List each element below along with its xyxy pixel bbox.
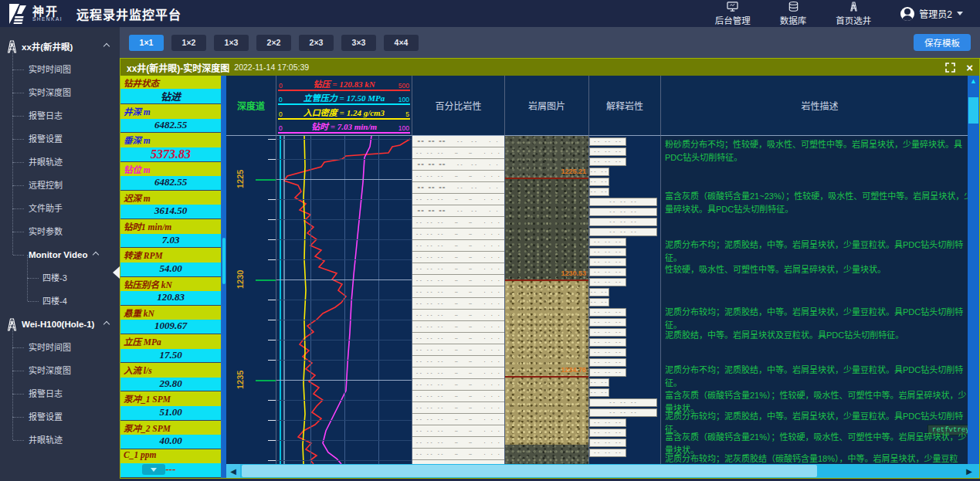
cuttings-depth-label: 1225.21 [561, 168, 586, 175]
gridline-horizontal [276, 440, 412, 441]
depth-minor-tick [268, 440, 276, 441]
interp-lithology-block: -- -- -- [589, 378, 609, 387]
gridline-horizontal [276, 219, 412, 220]
lithology-description-track: retfvtrey 粉砂质分布不均；性较硬，吸水性、可塑性中等。岩屑呈块状，少量… [661, 136, 979, 464]
gridline-major [276, 179, 412, 180]
curve-name-value: 钻压 = 120.83 kN [313, 77, 375, 90]
interp-lithology-block: -- -- -- [589, 328, 626, 337]
tree-item-井眼轨迹[interactable]: 井眼轨迹 [0, 151, 120, 174]
param-label: 钻井状态 [120, 76, 221, 89]
fullscreen-icon[interactable] [945, 63, 955, 73]
param-value: 钻进 [120, 89, 221, 103]
depth-major-tick [256, 279, 276, 281]
percent-lithology-row: -- -- -- — — · · · [412, 344, 504, 356]
interp-lithology-block: -- -- -- [589, 308, 626, 317]
depth-minor-tick [268, 460, 276, 461]
tree-item-文件助手[interactable]: 文件助手 [0, 197, 120, 220]
interp-lithology-block: -- -- -- [589, 158, 626, 166]
interp-lithology-block: -- -- -- [589, 278, 626, 286]
layout-button-1×2[interactable]: 1×2 [171, 35, 206, 51]
gridline-horizontal [276, 199, 412, 200]
curve-legend-立管压力: 0立管压力 = 17.50 MPa100 [278, 91, 410, 105]
sidebar-collapse-handle[interactable] [113, 266, 120, 279]
percent-lithology-row: -- -- -- — — · · · [412, 171, 504, 182]
layout-button-1×3[interactable]: 1×3 [214, 35, 249, 51]
param-field-钻井状态: 钻井状态钻进 [120, 76, 221, 104]
interp-lithology-block: -- -- -- [589, 358, 626, 367]
interp-lithology-block: -- -- -- [589, 198, 657, 206]
scroll-up-icon[interactable]: ▲ [968, 76, 979, 86]
layout-button-3×3[interactable]: 3×3 [341, 35, 376, 51]
layout-button-2×3[interactable]: 2×3 [299, 35, 334, 51]
param-dropdown-button[interactable] [142, 464, 165, 475]
tree-item-报警设置[interactable]: 报警设置 [0, 405, 120, 428]
nav-label: 数据库 [780, 14, 807, 26]
tree-item-monitor-video[interactable]: Monitor Video [0, 243, 120, 266]
layout-button-1×1[interactable]: 1×1 [129, 35, 164, 51]
param-label: 悬重 kN [120, 306, 221, 320]
depth-track: 122512301235 [226, 136, 276, 464]
gridline-horizontal [276, 460, 412, 461]
param-field-转速: 转速 RPM54.00 [120, 248, 221, 276]
tree-item-实时深度图[interactable]: 实时深度图 [0, 359, 120, 382]
tree-item-四楼-4[interactable]: 四楼-4 [0, 290, 120, 313]
interp-lithology-block: -- -- -- [589, 398, 657, 407]
tree-item-实时时间图[interactable]: 实时时间图 [0, 336, 120, 359]
vertical-scrollbar-thumb[interactable] [968, 97, 978, 124]
percent-lithology-row: -- -- -- — — · · · [412, 275, 504, 286]
log-header-row: 深度道 0钻压 = 120.83 kN5000立管压力 = 17.50 MPa1… [226, 76, 979, 136]
interp-lithology-block: -- -- -- [589, 238, 626, 246]
param-label: 泵冲_1 SPM [120, 391, 221, 406]
interp-lithology-block: -- -- -- [589, 268, 626, 276]
chevron-down-icon [151, 468, 157, 472]
depth-minor-tick [268, 420, 276, 421]
gridline-horizontal [276, 400, 412, 401]
param-field-C_1: C_1 ppm--- [120, 449, 221, 478]
percent-lithology-row: -- -- -- — — · · · [412, 333, 504, 344]
horizontal-scrollbar-thumb[interactable] [242, 465, 817, 477]
lithology-description-text: 性较硬，吸水性、可塑性中等。岩屑呈碎块状，少量块状。 [665, 263, 973, 276]
param-field-迟深: 迟深 m3614.50 [120, 191, 221, 219]
header-nav-derrick[interactable]: 首页选井 [836, 2, 871, 26]
user-avatar-icon [900, 7, 914, 21]
well-node-1[interactable]: Wei-H100(Hole-1) [0, 313, 120, 336]
percent-lithology-row: -- -- -- — — · · · [412, 379, 504, 391]
header-nav-database[interactable]: 数据库 [780, 2, 807, 26]
user-menu[interactable]: 管理员2 [900, 7, 963, 21]
interp-lithology-block: -- -- -- [589, 258, 626, 266]
scroll-right-icon[interactable]: ▶ [962, 464, 976, 478]
param-value: 6482.55 [120, 119, 221, 133]
depth-minor-tick [268, 320, 276, 320]
layout-toolbar: 1×11×21×32×22×33×34×4 保存模板 [120, 27, 980, 58]
gridline-horizontal [276, 360, 412, 361]
layout-button-2×2[interactable]: 2×2 [256, 35, 291, 51]
tree-item-远程控制[interactable]: 远程控制 [0, 174, 120, 197]
tree-item-实时深度图[interactable]: 实时深度图 [0, 81, 120, 104]
tree-item-四楼-3[interactable]: 四楼-3 [0, 266, 120, 290]
well-node-0[interactable]: xx井(新井眼) [0, 35, 120, 58]
depth-label: 1230 [236, 260, 246, 299]
tree-item-报警设置[interactable]: 报警设置 [0, 127, 120, 151]
shenkai-logo-icon [8, 4, 28, 24]
percent-lithology-row: -- -- -- — — · · · [412, 368, 504, 379]
param-value: 29.80 [120, 378, 221, 391]
scroll-left-icon[interactable]: ◀ [226, 464, 240, 478]
tree-item-实时参数[interactable]: 实时参数 [0, 220, 120, 243]
tree-item-报警日志[interactable]: 报警日志 [0, 104, 120, 127]
percent-lithology-row: -- -- -- — — · · · [412, 252, 504, 263]
layout-button-4×4[interactable]: 4×4 [384, 35, 419, 51]
tree-item-报警日志[interactable]: 报警日志 [0, 382, 120, 405]
gridline-horizontal [276, 139, 412, 140]
tree-item-实时时间图[interactable]: 实时时间图 [0, 58, 120, 81]
interp-lithology-block: -- -- -- [589, 228, 657, 236]
param-label: 迟深 m [120, 191, 221, 205]
close-icon[interactable]: × [966, 63, 973, 73]
lithology-description-text: 泥质分布较均；泥灰质胶结（碳酸钙含量18%），中等。岩屑呈块状，少量豆粒状。具P… [665, 452, 973, 464]
vertical-scrollbar[interactable]: ▲ ▼ [968, 76, 979, 478]
param-value: 120.83 [120, 291, 221, 305]
header-nav-backstage-monitor[interactable]: 后台管理 [715, 2, 751, 26]
tree-item-井眼轨迹[interactable]: 井眼轨迹 [0, 428, 120, 452]
well-name: Wei-H100(Hole-1) [22, 320, 94, 329]
horizontal-scrollbar[interactable]: ◀ ▶ [226, 464, 979, 478]
save-template-button[interactable]: 保存模板 [914, 34, 971, 51]
